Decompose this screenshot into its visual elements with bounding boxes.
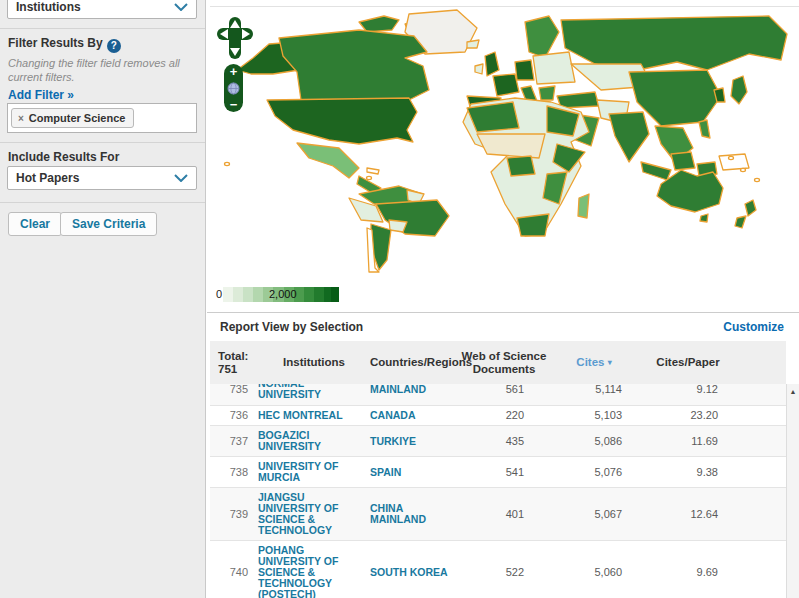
- institution-link[interactable]: POHANG UNIVERSITY OF SCIENCE & TECHNOLOG…: [258, 545, 370, 598]
- report-view-bar: Report View by Selection Customize: [207, 312, 799, 341]
- documents-cell: 401: [458, 509, 550, 520]
- table-header-row: Total: 751 Institutions Countries/Region…: [210, 341, 786, 384]
- cites-per-paper-cell: 11.69: [638, 436, 738, 447]
- cites-per-paper-cell: 9.12: [638, 384, 738, 395]
- cites-cell: 5,114: [550, 384, 638, 395]
- section-divider: [0, 142, 205, 143]
- institutions-column-header[interactable]: Institutions: [258, 356, 370, 369]
- country-link[interactable]: MAINLAND: [370, 384, 458, 395]
- include-results-select-value: Hot Papers: [16, 171, 79, 185]
- chevron-down-icon: [174, 174, 188, 182]
- report-view-title: Report View by Selection: [220, 320, 363, 334]
- cites-per-paper-column-header[interactable]: Cites/Paper: [638, 356, 738, 369]
- cites-cell: 5,076: [550, 467, 638, 478]
- institution-link[interactable]: BOGAZICI UNIVERSITY: [258, 430, 370, 452]
- filter-tag-computer-science[interactable]: × Computer Science: [11, 108, 134, 128]
- zoom-out-button[interactable]: −: [230, 99, 238, 110]
- active-filters-box: × Computer Science: [7, 103, 197, 133]
- customize-link[interactable]: Customize: [723, 320, 784, 334]
- documents-cell: 522: [458, 567, 550, 578]
- filter-results-by-label: Filter Results By?: [8, 36, 121, 53]
- rank-cell: 737: [210, 436, 258, 447]
- rank-cell: 735: [210, 384, 258, 395]
- cites-cell: 5,060: [550, 567, 638, 578]
- scroll-up-icon[interactable]: ▲: [787, 384, 799, 395]
- cites-cell: 5,103: [550, 410, 638, 421]
- cites-cell: 5,067: [550, 509, 638, 520]
- documents-cell: 541: [458, 467, 550, 478]
- cites-column-header-sorted[interactable]: Cites ▾: [550, 356, 638, 369]
- zoom-in-button[interactable]: +: [230, 66, 238, 77]
- table-scrollbar[interactable]: ▲: [786, 384, 799, 598]
- cites-per-paper-cell: 9.69: [638, 567, 738, 578]
- results-list-select-value: Institutions: [16, 0, 81, 14]
- legend-mid-label: 2,000: [269, 288, 297, 300]
- help-icon[interactable]: ?: [107, 39, 121, 53]
- institution-link[interactable]: UNIVERSITY OF MURCIA: [258, 461, 370, 483]
- globe-icon[interactable]: [227, 82, 240, 95]
- cites-cell: 5,086: [550, 436, 638, 447]
- main-panel: + − 0 2,000 Report View by Selection Cus…: [207, 0, 799, 598]
- remove-filter-icon[interactable]: ×: [18, 113, 24, 124]
- add-filter-link[interactable]: Add Filter »: [8, 88, 74, 102]
- table-row: 739 JIANGSU UNIVERSITY OF SCIENCE & TECH…: [210, 488, 786, 541]
- country-link[interactable]: SOUTH KOREA: [370, 567, 458, 578]
- institution-link[interactable]: JIANGSU UNIVERSITY OF SCIENCE & TECHNOLO…: [258, 492, 370, 536]
- table-row: 736 HEC MONTREAL CANADA 220 5,103 23.20: [210, 406, 786, 426]
- map-color-legend: 0 2,000: [213, 287, 339, 302]
- legend-min-label: 0: [216, 288, 222, 300]
- country-link[interactable]: CHINA MAINLAND: [370, 503, 458, 525]
- documents-column-header[interactable]: Web of Science Documents: [458, 350, 550, 376]
- save-criteria-button[interactable]: Save Criteria: [60, 212, 157, 236]
- sort-descending-icon: ▾: [608, 358, 612, 367]
- cites-per-paper-cell: 12.64: [638, 509, 738, 520]
- clear-button[interactable]: Clear: [8, 212, 62, 236]
- cites-per-paper-cell: 9.38: [638, 467, 738, 478]
- rank-cell: 739: [210, 509, 258, 520]
- section-divider: [0, 202, 205, 203]
- map-pan-control[interactable]: [216, 16, 254, 60]
- institution-link[interactable]: HEC MONTREAL: [258, 410, 370, 421]
- filter-note: Changing the filter field removes all cu…: [8, 56, 194, 84]
- map-zoom-control[interactable]: + −: [224, 64, 243, 112]
- institution-link[interactable]: NORMAL UNIVERSITY: [258, 384, 370, 400]
- total-header: Total: 751: [210, 350, 258, 376]
- include-results-select[interactable]: Hot Papers: [7, 166, 197, 190]
- rank-cell: 738: [210, 467, 258, 478]
- country-link[interactable]: TURKIYE: [370, 436, 458, 447]
- table-row: 737 BOGAZICI UNIVERSITY TURKIYE 435 5,08…: [210, 426, 786, 457]
- world-choropleth-map[interactable]: [209, 8, 794, 284]
- table-row: 735 NORMAL UNIVERSITY MAINLAND 561 5,114…: [210, 384, 786, 406]
- world-map-regions[interactable]: [225, 10, 788, 272]
- cites-per-paper-cell: 23.20: [638, 410, 738, 421]
- countries-column-header[interactable]: Countries/Regions: [370, 356, 458, 369]
- rank-cell: 736: [210, 410, 258, 421]
- include-results-for-label: Include Results For: [8, 150, 119, 164]
- filter-tag-label: Computer Science: [29, 112, 126, 124]
- filter-sidebar: Institutions Filter Results By? Changing…: [0, 0, 206, 598]
- table-row: 738 UNIVERSITY OF MURCIA SPAIN 541 5,076…: [210, 457, 786, 488]
- country-link[interactable]: CANADA: [370, 410, 458, 421]
- results-list-select[interactable]: Institutions: [7, 0, 197, 19]
- section-divider: [0, 28, 205, 29]
- table-rows-viewport: 735 NORMAL UNIVERSITY MAINLAND 561 5,114…: [210, 384, 786, 598]
- documents-cell: 435: [458, 436, 550, 447]
- documents-cell: 220: [458, 410, 550, 421]
- table-row: 740 POHANG UNIVERSITY OF SCIENCE & TECHN…: [210, 541, 786, 598]
- country-link[interactable]: SPAIN: [370, 467, 458, 478]
- rank-cell: 740: [210, 567, 258, 578]
- map-top-border: [210, 6, 799, 7]
- documents-cell: 561: [458, 384, 550, 395]
- chevron-down-icon: [174, 3, 188, 11]
